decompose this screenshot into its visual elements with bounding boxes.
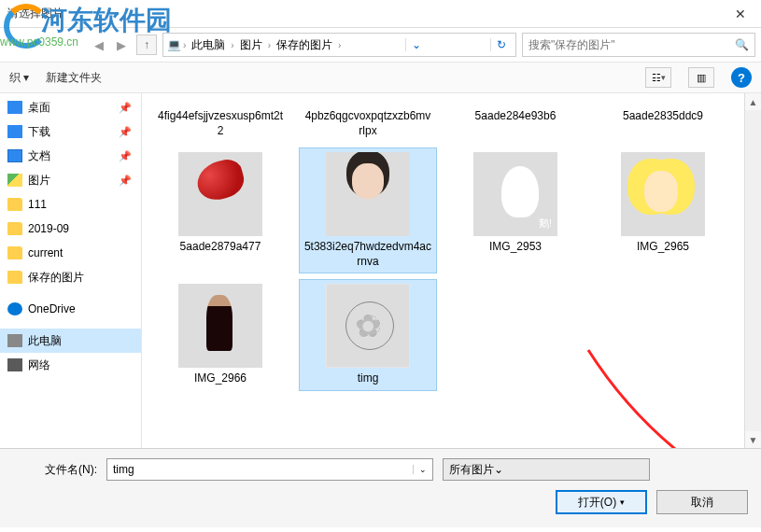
- chevron-down-icon[interactable]: ⌄: [413, 465, 427, 474]
- file-name: IMG_2953: [489, 240, 542, 255]
- preview-pane-button[interactable]: ▥: [688, 67, 714, 88]
- file-list: 4fig44efsjjvzesxusp6mt2t24pbz6qgcvoxpqtz…: [142, 93, 761, 448]
- thumbnail: [326, 284, 410, 368]
- thumbnail: [178, 152, 262, 236]
- sidebar: 桌面📌下载📌文档📌图片📌1112019-09current保存的图片OneDri…: [0, 93, 142, 448]
- organize-menu[interactable]: 织 ▾: [9, 70, 29, 86]
- folder-icon: [7, 101, 22, 114]
- sidebar-item-此电脑[interactable]: 此电脑: [0, 329, 141, 353]
- sidebar-item-label: 下载: [28, 124, 50, 140]
- search-icon[interactable]: 🔍: [735, 38, 749, 51]
- sidebar-item-label: OneDrive: [28, 302, 76, 315]
- chevron-right-icon: ›: [183, 40, 186, 50]
- file-tile[interactable]: timg: [299, 279, 437, 391]
- filetype-select[interactable]: 所有图片 ⌄: [443, 458, 650, 481]
- thumbnail: [178, 284, 262, 368]
- sidebar-item-下载[interactable]: 下载📌: [0, 119, 141, 144]
- sidebar-item-label: 桌面: [28, 100, 50, 116]
- file-tile[interactable]: 4fig44efsjjvzesxusp6mt2t2: [151, 101, 289, 142]
- file-tile[interactable]: 4pbz6qgcvoxpqtzxzb6mvrlpx: [299, 101, 437, 142]
- filename-input[interactable]: timg ⌄: [106, 458, 433, 481]
- chevron-down-icon[interactable]: ⌄: [494, 463, 503, 476]
- breadcrumb[interactable]: 💻 › 此电脑 › 图片 › 保存的图片 › ⌄ ↻: [162, 33, 516, 57]
- cancel-button[interactable]: 取消: [656, 490, 748, 514]
- sidebar-item-保存的图片[interactable]: 保存的图片: [0, 265, 141, 289]
- file-name: 5t383i2eq7hwdzedvm4acrnva: [303, 240, 432, 269]
- thumbnail: [621, 152, 705, 236]
- sidebar-item-桌面[interactable]: 桌面📌: [0, 95, 141, 119]
- open-button[interactable]: 打开(O)▾: [556, 490, 647, 514]
- folder-icon: [7, 302, 22, 315]
- chevron-right-icon: ›: [268, 40, 271, 50]
- filename-label: 文件名(N):: [13, 462, 97, 478]
- folder-icon: [7, 271, 22, 284]
- folder-icon: [7, 222, 22, 235]
- crumb-pictures[interactable]: 图片: [236, 37, 266, 53]
- sidebar-item-图片[interactable]: 图片📌: [0, 168, 141, 192]
- thumbnail: [473, 152, 557, 236]
- up-icon[interactable]: ↑: [136, 35, 157, 55]
- toolbar: 织 ▾ 新建文件夹 ☷ ▾ ▥ ?: [0, 62, 761, 93]
- help-icon[interactable]: ?: [731, 67, 752, 88]
- thumbnail: [326, 152, 410, 236]
- folder-icon: [7, 358, 22, 371]
- file-tile[interactable]: 5t383i2eq7hwdzedvm4acrnva: [299, 147, 437, 273]
- crumb-pc[interactable]: 此电脑: [188, 37, 229, 53]
- file-name: 5aade2835ddc9: [623, 109, 703, 124]
- search-input[interactable]: 🔍: [522, 33, 755, 57]
- pc-icon: 💻: [167, 38, 181, 51]
- pin-icon: 📌: [119, 175, 132, 187]
- scrollbar[interactable]: ▲ ▼: [744, 93, 761, 448]
- sidebar-item-文档[interactable]: 文档📌: [0, 144, 141, 168]
- sidebar-item-label: 网络: [28, 357, 50, 373]
- file-name: 5aade2879a477: [180, 240, 261, 255]
- new-folder-button[interactable]: 新建文件夹: [46, 70, 102, 86]
- sidebar-item-label: 图片: [28, 173, 50, 189]
- file-name: 4pbz6qgcvoxpqtzxzb6mvrlpx: [303, 109, 432, 138]
- view-options-button[interactable]: ☷ ▾: [645, 67, 671, 88]
- title-bar: 请选择图片 ✕: [0, 0, 761, 28]
- sidebar-item-label: 文档: [28, 148, 50, 164]
- file-tile[interactable]: 5aade284e93b6: [446, 101, 585, 142]
- chevron-down-icon: ▾: [620, 497, 625, 507]
- sidebar-item-label: 111: [28, 198, 47, 211]
- scroll-down-icon[interactable]: ▼: [745, 431, 761, 448]
- pin-icon: 📌: [119, 102, 132, 114]
- forward-icon: ▶: [112, 35, 131, 54]
- nav-bar: ◀ ▶ ↑ 💻 › 此电脑 › 图片 › 保存的图片 › ⌄ ↻ 🔍: [0, 28, 761, 62]
- sidebar-item-current[interactable]: current: [0, 241, 141, 265]
- file-name: IMG_2966: [194, 371, 247, 386]
- file-tile[interactable]: 5aade2835ddc9: [594, 101, 732, 142]
- dropdown-icon[interactable]: ⌄: [405, 38, 427, 51]
- folder-icon: [7, 125, 22, 138]
- sidebar-item-111[interactable]: 111: [0, 192, 141, 217]
- chevron-right-icon: ›: [338, 40, 341, 50]
- refresh-icon[interactable]: ↻: [490, 38, 512, 51]
- search-field[interactable]: [528, 38, 735, 51]
- file-tile[interactable]: IMG_2966: [151, 279, 289, 391]
- back-icon[interactable]: ◀: [90, 35, 108, 54]
- file-name: 5aade284e93b6: [475, 109, 557, 124]
- close-icon[interactable]: ✕: [727, 7, 754, 21]
- footer: 文件名(N): timg ⌄ 所有图片 ⌄ 打开(O)▾ 取消: [0, 448, 761, 527]
- folder-icon: [7, 149, 22, 162]
- folder-icon: [7, 198, 22, 211]
- file-tile[interactable]: 5aade2879a477: [151, 147, 289, 273]
- scroll-up-icon[interactable]: ▲: [745, 93, 761, 110]
- file-tile[interactable]: IMG_2953: [446, 147, 585, 273]
- sidebar-item-label: 此电脑: [28, 333, 62, 349]
- sidebar-item-label: current: [28, 246, 63, 259]
- file-name: timg: [358, 371, 379, 386]
- sidebar-item-label: 2019-09: [28, 222, 69, 235]
- window-title: 请选择图片: [7, 6, 727, 21]
- sidebar-item-OneDrive[interactable]: OneDrive: [0, 297, 141, 321]
- file-name: 4fig44efsjjvzesxusp6mt2t2: [156, 109, 285, 138]
- sidebar-item-2019-09[interactable]: 2019-09: [0, 217, 141, 241]
- file-name: IMG_2965: [637, 240, 689, 255]
- file-tile[interactable]: IMG_2965: [594, 147, 732, 273]
- crumb-saved[interactable]: 保存的图片: [273, 37, 336, 53]
- sidebar-item-label: 保存的图片: [28, 270, 84, 286]
- sidebar-item-网络[interactable]: 网络: [0, 353, 141, 377]
- folder-icon: [7, 334, 22, 347]
- folder-icon: [7, 174, 22, 187]
